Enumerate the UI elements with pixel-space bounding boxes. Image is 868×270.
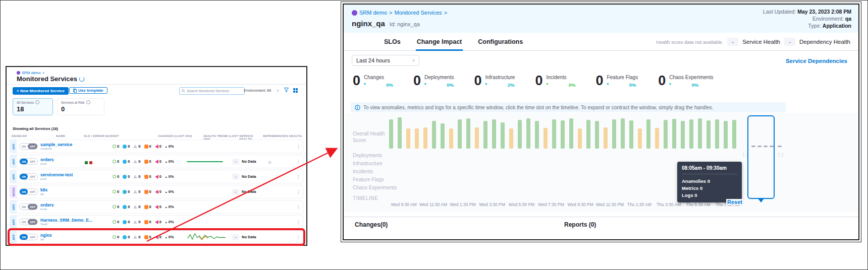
health-bar[interactable] bbox=[475, 127, 479, 149]
health-bar[interactable] bbox=[398, 117, 402, 149]
filter-icon[interactable] bbox=[284, 88, 289, 92]
health-bar[interactable] bbox=[466, 118, 470, 149]
health-bar[interactable] bbox=[724, 121, 728, 149]
health-bar[interactable] bbox=[501, 122, 505, 149]
health-bar[interactable] bbox=[672, 119, 676, 149]
deployment-icon bbox=[113, 220, 116, 224]
table-row[interactable]: APP ON OFF servicenow-test prod bbox=[10, 170, 303, 183]
grid-view-icon[interactable] bbox=[293, 88, 298, 93]
health-bar[interactable] bbox=[449, 128, 453, 149]
time-window-selection[interactable] bbox=[747, 115, 775, 199]
row-label-feature-flags: Feature Flags bbox=[353, 177, 384, 182]
enabled-toggle[interactable]: ON OFF bbox=[19, 188, 38, 195]
health-bar[interactable] bbox=[492, 119, 496, 149]
health-bar[interactable] bbox=[415, 128, 419, 149]
health-bar[interactable] bbox=[604, 127, 608, 149]
reset-link[interactable]: Reset bbox=[726, 199, 743, 205]
enabled-toggle[interactable]: ON OFF bbox=[19, 204, 38, 210]
kpi-trend-icon: ▾ bbox=[485, 82, 487, 88]
health-bar[interactable] bbox=[423, 127, 427, 149]
health-bar[interactable] bbox=[689, 119, 693, 149]
service-name-link[interactable]: sample_service bbox=[40, 142, 85, 147]
service-type-tag: APP bbox=[10, 140, 17, 153]
breadcrumb-project[interactable]: SRM demo bbox=[22, 71, 41, 75]
selection-left-handle[interactable]: ⋮⋮ bbox=[741, 153, 748, 157]
table-row[interactable]: APP ON OFF orders prod bbox=[10, 155, 303, 168]
health-score-bars[interactable] bbox=[389, 117, 742, 149]
health-bar[interactable] bbox=[646, 119, 650, 149]
health-bar[interactable] bbox=[621, 118, 625, 149]
time-range-select[interactable]: Last 24 hours ∨ bbox=[352, 55, 419, 66]
row-menu-icon[interactable]: ⋮ bbox=[292, 159, 303, 164]
health-bar[interactable] bbox=[732, 120, 736, 149]
row-menu-icon[interactable]: ⋮ bbox=[292, 220, 303, 225]
health-bar[interactable] bbox=[552, 119, 556, 149]
health-bar[interactable] bbox=[389, 119, 393, 149]
health-bar[interactable] bbox=[518, 120, 522, 149]
row-menu-icon[interactable]: ⋮ bbox=[292, 174, 303, 179]
chaos-icon bbox=[155, 220, 158, 224]
service-name-link[interactable]: Harness_SRM_Demo_E... bbox=[40, 218, 85, 223]
enabled-toggle[interactable]: ON OFF bbox=[19, 234, 38, 240]
health-bar[interactable] bbox=[586, 120, 590, 149]
health-bar[interactable] bbox=[629, 120, 633, 149]
new-monitored-service-button[interactable]: + New Monitored Service bbox=[13, 87, 69, 95]
tab[interactable]: Change Impact bbox=[416, 33, 463, 51]
health-bar[interactable] bbox=[509, 128, 513, 149]
environment-filter-select[interactable]: Environment: All ∨ bbox=[244, 87, 279, 94]
selection-right-handle[interactable]: ⋮⋮ bbox=[777, 153, 784, 157]
health-bar[interactable] bbox=[535, 121, 539, 149]
health-bar[interactable] bbox=[707, 120, 711, 149]
breadcrumb-project[interactable]: SRM demo bbox=[359, 10, 387, 16]
row-menu-icon[interactable]: ⋮ bbox=[292, 189, 303, 194]
breadcrumb-monitored-services[interactable]: Monitored Services bbox=[394, 10, 442, 16]
table-row[interactable]: APP ON OFF orders local bbox=[10, 200, 303, 214]
health-bar[interactable] bbox=[715, 119, 719, 149]
health-bar[interactable] bbox=[406, 128, 410, 149]
search-placeholder: Search Monitored Services bbox=[187, 89, 229, 93]
health-bar[interactable] bbox=[441, 123, 445, 149]
service-name-link[interactable]: orders bbox=[40, 202, 85, 208]
health-bar[interactable] bbox=[483, 121, 487, 149]
service-name-link[interactable]: k8s bbox=[40, 187, 85, 192]
row-menu-icon[interactable]: ⋮ bbox=[292, 205, 303, 210]
enabled-toggle[interactable]: ON OFF bbox=[19, 173, 38, 180]
row-menu-icon[interactable]: ⋮ bbox=[292, 235, 303, 240]
health-bar[interactable] bbox=[655, 128, 659, 149]
health-bar[interactable] bbox=[432, 121, 436, 149]
health-bar[interactable] bbox=[569, 118, 573, 149]
health-bar[interactable] bbox=[664, 120, 668, 149]
health-bar[interactable] bbox=[526, 118, 530, 149]
refresh-icon[interactable] bbox=[79, 77, 84, 82]
table-row[interactable]: APP ON OFF Harness_SRM_Demo_E... Test2 bbox=[10, 215, 303, 229]
table-row[interactable]: APP ON OFF nginx qa bbox=[10, 230, 303, 244]
health-bar[interactable] bbox=[578, 128, 582, 149]
enabled-toggle[interactable]: ON OFF bbox=[19, 219, 38, 225]
row-menu-icon[interactable]: ⋮ bbox=[292, 144, 303, 149]
health-bar[interactable] bbox=[561, 120, 565, 149]
enabled-toggle[interactable]: ON OFF bbox=[19, 158, 38, 165]
health-bar[interactable] bbox=[698, 118, 702, 149]
health-bar[interactable] bbox=[458, 119, 462, 149]
service-name-link[interactable]: orders bbox=[40, 157, 85, 162]
health-bar[interactable] bbox=[612, 119, 616, 149]
service-name-link[interactable]: servicenow-test bbox=[40, 172, 85, 177]
table-row[interactable]: APP ON OFF sample_service nonprod bbox=[10, 140, 303, 153]
search-input[interactable]: Search Monitored Services bbox=[179, 87, 245, 95]
service-name-link[interactable]: nginx bbox=[40, 233, 85, 238]
health-bar[interactable] bbox=[638, 128, 642, 149]
tab[interactable]: SLOs bbox=[383, 33, 402, 51]
breadcrumb[interactable]: SRM demo > Monitored Services > bbox=[352, 10, 447, 16]
health-bar[interactable] bbox=[544, 128, 548, 149]
use-template-button[interactable]: Use template bbox=[69, 87, 107, 94]
breadcrumb[interactable]: SRM demo > bbox=[17, 71, 44, 75]
tab[interactable]: Configurations bbox=[477, 33, 524, 51]
service-dependencies-link[interactable]: Service Dependencies bbox=[786, 58, 847, 64]
chaos-icon bbox=[155, 235, 158, 239]
services-at-risk-card[interactable]: Services at Risk 0 bbox=[57, 98, 104, 115]
health-bar[interactable] bbox=[681, 121, 685, 149]
table-row[interactable]: INFRA ON OFF k8s qa bbox=[10, 185, 303, 198]
health-bar[interactable] bbox=[595, 121, 599, 149]
enabled-toggle[interactable]: ON OFF bbox=[19, 143, 38, 150]
all-services-card[interactable]: All Services 18 bbox=[13, 98, 53, 115]
